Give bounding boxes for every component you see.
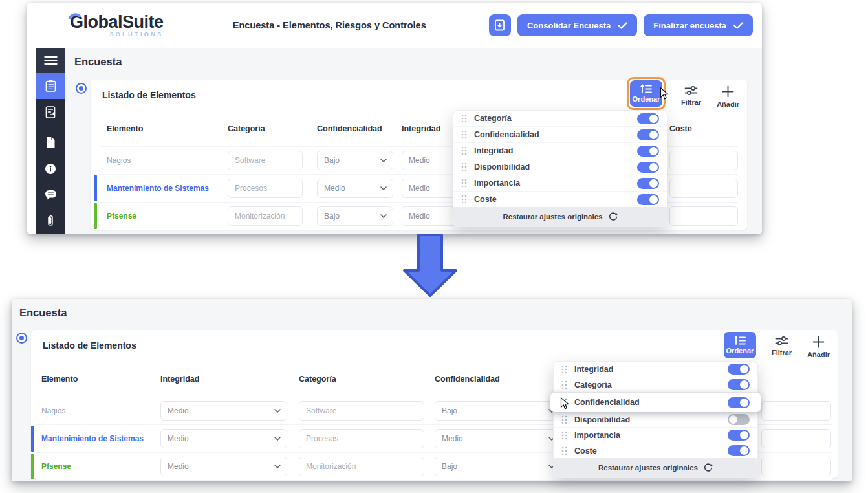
drag-handle-icon[interactable] <box>461 146 467 155</box>
ordenar-label: Ordenar <box>633 95 660 103</box>
categoria-input[interactable] <box>299 429 424 448</box>
categoria-input[interactable] <box>228 179 303 198</box>
ordenar-button[interactable]: Ordenar <box>630 80 662 107</box>
drag-handle-icon[interactable] <box>461 179 467 188</box>
toggle-switch[interactable] <box>637 178 659 189</box>
sidebar-item-attachments[interactable] <box>36 208 65 234</box>
restore-defaults-button[interactable]: Restaurar ajustes originales <box>554 458 757 477</box>
categoria-input[interactable] <box>299 401 424 421</box>
confidencialidad-select[interactable]: Bajo <box>317 151 393 170</box>
panel-after: Encuesta Listado de Elementos Ordenar Fi… <box>12 299 852 481</box>
integridad-select[interactable]: Medio <box>160 401 287 421</box>
confidencialidad-select[interactable]: Bajo <box>435 457 561 476</box>
ordenar-button[interactable]: Ordenar <box>724 332 756 358</box>
toggle-switch[interactable] <box>728 430 750 441</box>
sort-list-icon <box>640 84 653 94</box>
drag-handle-icon[interactable] <box>561 446 567 455</box>
anadir-button[interactable]: Añadir <box>717 85 739 108</box>
toggle-switch[interactable] <box>637 146 659 157</box>
app-title: Encuesta - Elementos, Riesgos y Controle… <box>164 20 489 30</box>
sidebar-item-info[interactable] <box>36 156 65 182</box>
export-survey-button[interactable] <box>489 14 511 36</box>
categoria-input[interactable] <box>228 206 303 226</box>
sidebar-item-flow[interactable] <box>36 99 65 125</box>
drag-handle-icon[interactable] <box>461 162 467 171</box>
coste-input[interactable] <box>761 401 831 421</box>
categoria-input[interactable] <box>228 151 303 170</box>
drag-handle-icon[interactable] <box>561 380 567 389</box>
consolidar-button[interactable]: Consolidar Encuesta <box>517 14 637 36</box>
confidencialidad-select[interactable]: Medio <box>435 429 561 448</box>
integridad-select[interactable]: Medio <box>160 429 287 448</box>
logo-text: GlobalSuite <box>70 14 164 31</box>
elemento-name: Pfsense <box>100 212 136 221</box>
card-title: Listado de Elementos <box>31 340 136 351</box>
filter-sliders-icon <box>775 336 788 346</box>
toggle-switch[interactable] <box>728 445 750 456</box>
coste-input[interactable] <box>669 179 738 198</box>
elemento-cell: Nagios <box>100 147 228 174</box>
coste-input[interactable] <box>761 457 831 476</box>
filtrar-button[interactable]: Filtrar <box>772 336 792 356</box>
coste-input[interactable] <box>669 206 738 226</box>
coste-input[interactable] <box>669 151 738 170</box>
sidebar-item-survey[interactable] <box>36 73 65 99</box>
column-toggle-row[interactable]: Categoría <box>453 111 667 127</box>
restore-defaults-button[interactable]: Restaurar ajustes originales <box>453 207 667 226</box>
categoria-input[interactable] <box>299 457 424 476</box>
toggle-switch[interactable] <box>728 364 750 375</box>
toggle-switch[interactable] <box>637 194 659 205</box>
menu-button[interactable] <box>36 48 65 73</box>
column-toggle-row[interactable]: Integridad <box>453 143 667 159</box>
finalizar-label: Finalizar encuesta <box>653 21 726 30</box>
row-color-bar <box>94 175 97 201</box>
drag-handle-icon[interactable] <box>461 195 467 204</box>
column-toggle-row[interactable]: Importancia <box>453 175 667 192</box>
confidencialidad-select[interactable]: Medio <box>317 179 393 198</box>
drag-handle-icon[interactable] <box>461 130 467 139</box>
elemento-name: Pfsense <box>36 462 71 471</box>
sidebar-item-comments[interactable] <box>36 182 65 208</box>
toggle-switch[interactable] <box>728 397 750 408</box>
drag-handle-icon[interactable] <box>561 365 567 374</box>
integridad-select[interactable]: Medio <box>160 457 287 476</box>
column-toggle-row[interactable]: Importancia <box>554 428 757 443</box>
column-toggle-row-dragging[interactable]: Confidencialidad <box>550 393 761 412</box>
drag-handle-icon[interactable] <box>561 415 567 424</box>
elemento-cell: Mantenimiento de Sistemas <box>36 425 160 452</box>
finalizar-button[interactable]: Finalizar encuesta <box>644 14 753 36</box>
column-toggle-row[interactable]: Disponibilidad <box>453 159 667 175</box>
column-toggle-row[interactable]: Coste <box>554 443 757 458</box>
drag-handle-icon[interactable] <box>561 431 567 440</box>
section-radio[interactable] <box>76 83 87 94</box>
column-toggle-row[interactable]: Integridad <box>554 362 757 377</box>
toggle-switch[interactable] <box>637 162 659 173</box>
drag-handle-icon[interactable] <box>461 114 467 123</box>
refresh-icon <box>609 212 618 221</box>
confidencialidad-select[interactable]: Bajo <box>317 206 393 226</box>
anadir-label: Añadir <box>807 351 830 358</box>
coste-input[interactable] <box>761 429 831 448</box>
anadir-button[interactable]: Añadir <box>807 336 830 358</box>
toggle-switch[interactable] <box>728 379 750 390</box>
filtrar-button[interactable]: Filtrar <box>681 85 701 106</box>
toggle-switch[interactable] <box>637 129 659 140</box>
row-color-bar <box>31 454 34 479</box>
filtrar-label: Filtrar <box>681 98 701 106</box>
elemento-name: Nagios <box>36 406 65 415</box>
toggle-switch[interactable] <box>728 414 750 425</box>
confidencialidad-select[interactable]: Bajo <box>435 401 561 421</box>
elemento-cell: Nagios <box>36 397 160 424</box>
sidebar <box>36 48 65 234</box>
chevron-down-icon <box>380 214 387 218</box>
toggle-switch[interactable] <box>637 113 659 124</box>
column-toggle-row[interactable]: Categoría <box>554 377 757 393</box>
hamburger-icon <box>44 56 58 65</box>
column-toggle-row[interactable]: Confidencialidad <box>453 127 667 143</box>
document-download-icon <box>494 19 505 31</box>
sidebar-item-document[interactable] <box>36 129 65 155</box>
column-toggle-row[interactable]: Disponibilidad <box>554 412 757 428</box>
page-title: Encuesta <box>74 56 122 68</box>
column-toggle-row[interactable]: Coste <box>453 192 667 207</box>
section-radio[interactable] <box>16 333 27 344</box>
